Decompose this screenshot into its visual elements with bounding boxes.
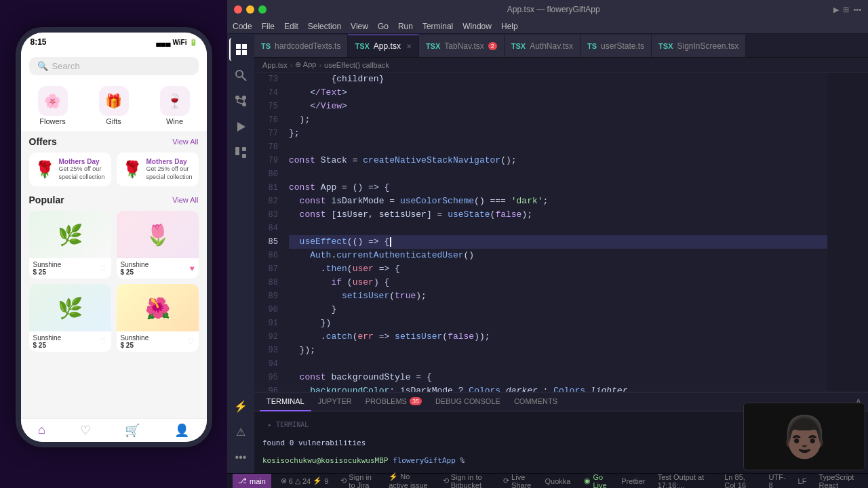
menu-code[interactable]: Code bbox=[233, 22, 252, 31]
activity-dots[interactable]: ••• bbox=[229, 446, 252, 469]
window-title: App.tsx — floweryGiftApp bbox=[273, 5, 833, 14]
activity-extensions[interactable] bbox=[229, 141, 252, 164]
menu-window[interactable]: Window bbox=[462, 22, 492, 31]
info-icon: ⚡ bbox=[313, 476, 322, 485]
code-line-83: const [isUser, setisUser] = useState(fal… bbox=[289, 208, 827, 222]
minimize-button[interactable] bbox=[246, 5, 254, 14]
status-encoding[interactable]: UTF-8 bbox=[766, 473, 789, 489]
activity-source-control[interactable] bbox=[229, 89, 252, 113]
tab-userstate-label: userState.ts bbox=[601, 41, 644, 51]
tab-authnav[interactable]: TSX AuthNav.tsx bbox=[505, 35, 580, 57]
webcam-person: 👨🏿 bbox=[744, 403, 865, 470]
terminal-tab-problems[interactable]: PROBLEMS35 bbox=[359, 392, 429, 411]
popular-item-4-img: 🌺 bbox=[117, 284, 199, 331]
tab-favorites[interactable]: ♡ bbox=[80, 423, 91, 438]
popular-grid: 🌿 Sunshine $ 25 ♡ 🌷 Sunshine $ bbox=[21, 208, 207, 357]
close-button[interactable] bbox=[234, 5, 242, 14]
menu-run[interactable]: Run bbox=[398, 22, 413, 31]
run-icon[interactable]: ▶ bbox=[833, 5, 839, 14]
tab-tabnav[interactable]: TSX TabNav.tsx 2 bbox=[419, 35, 505, 57]
menu-terminal[interactable]: Terminal bbox=[422, 22, 453, 31]
status-testoutput[interactable]: Test Output at 17:16:... bbox=[655, 473, 715, 489]
svg-rect-12 bbox=[242, 154, 246, 158]
more-icon[interactable]: ••• bbox=[853, 5, 861, 14]
tab-cart[interactable]: 🛒 bbox=[125, 423, 140, 438]
status-eol[interactable]: LF bbox=[795, 477, 810, 485]
phone-status-bar: 8:15 ▄▄▄ WiFi 🔋 bbox=[21, 33, 207, 52]
activity-run[interactable] bbox=[229, 115, 252, 138]
popular-item-4-name: Sunshine bbox=[121, 334, 149, 342]
activity-search[interactable] bbox=[229, 64, 252, 87]
status-prettier[interactable]: Prettier bbox=[618, 477, 648, 485]
menu-selection[interactable]: Selection bbox=[308, 22, 341, 31]
menu-file[interactable]: File bbox=[262, 22, 275, 31]
layout-icon[interactable]: ⊞ bbox=[843, 5, 849, 14]
tab-home[interactable]: ⌂ bbox=[38, 423, 45, 438]
heart-icon-3[interactable]: ♡ bbox=[100, 337, 107, 346]
category-gifts[interactable]: 🎁 Gifts bbox=[99, 86, 129, 125]
menu-help[interactable]: Help bbox=[501, 22, 518, 31]
menu-edit[interactable]: Edit bbox=[284, 22, 298, 31]
golive-label: Go Live bbox=[593, 473, 609, 489]
category-wine[interactable]: 🍷 Wine bbox=[160, 86, 190, 125]
code-line-85: useEffect(() => { bbox=[289, 235, 827, 249]
phone-panel: 8:15 ▄▄▄ WiFi 🔋 🔍 Search 🌸 Flowers bbox=[0, 0, 227, 488]
popular-view-all[interactable]: View All bbox=[172, 196, 198, 204]
popular-item-3[interactable]: 🌿 Sunshine $ 25 ♡ bbox=[29, 284, 111, 352]
status-signin-jira[interactable]: ⟲ Sign in to Jira bbox=[338, 473, 379, 489]
heart-icon-1[interactable]: ♡ bbox=[100, 264, 107, 273]
offers-view-all[interactable]: View All bbox=[172, 138, 198, 146]
maximize-button[interactable] bbox=[258, 5, 267, 14]
error-count: 6 bbox=[289, 477, 293, 485]
menu-view[interactable]: View bbox=[351, 22, 368, 31]
code-line-88: if (user) { bbox=[289, 276, 827, 289]
tab-hardcodedTexts[interactable]: TS hardcodedTexts.ts bbox=[254, 35, 348, 57]
svg-rect-1 bbox=[236, 50, 241, 55]
activity-lightning[interactable]: ⚡ bbox=[229, 394, 252, 418]
terminal-tab-comments[interactable]: COMMENTS bbox=[507, 392, 564, 411]
terminal-tab-terminal[interactable]: TERMINAL bbox=[260, 392, 311, 411]
svg-rect-3 bbox=[242, 50, 247, 55]
heart-icon-4[interactable]: ♡ bbox=[187, 337, 195, 346]
terminal-tab-jupyter[interactable]: JUPYTER bbox=[311, 392, 359, 411]
tab-userstate[interactable]: TS userState.ts bbox=[580, 35, 652, 57]
status-language[interactable]: TypeScript React bbox=[816, 473, 863, 489]
offers-section-header: Offers View All bbox=[21, 131, 207, 150]
terminal-tab-debug[interactable]: DEBUG CONSOLE bbox=[429, 392, 507, 411]
status-ln[interactable]: Ln 85, Col 16 bbox=[722, 473, 759, 489]
eol-label: LF bbox=[798, 477, 807, 485]
status-signin-bitbucket[interactable]: ⟲ Sign in to Bitbucket bbox=[440, 473, 494, 489]
popular-item-1[interactable]: 🌿 Sunshine $ 25 ♡ bbox=[29, 211, 111, 279]
wine-icon: 🍷 bbox=[160, 86, 190, 116]
phone-frame: 8:15 ▄▄▄ WiFi 🔋 🔍 Search 🌸 Flowers bbox=[16, 27, 212, 447]
activity-explorer[interactable] bbox=[229, 38, 252, 61]
liveshare-icon: ⟳ bbox=[503, 476, 509, 485]
tab-signinscreen[interactable]: TSX SignInScreen.tsx bbox=[652, 35, 746, 57]
encoding-label: UTF-8 bbox=[769, 473, 786, 489]
status-errors[interactable]: ⊗ 6 △ 24 ⚡ 9 bbox=[278, 476, 332, 485]
menu-go[interactable]: Go bbox=[378, 22, 389, 31]
tab-app-close[interactable]: ✕ bbox=[406, 43, 412, 50]
activity-warning[interactable]: ⚠ bbox=[229, 420, 252, 443]
status-liveshare[interactable]: ⟳ Live Share bbox=[500, 473, 535, 489]
offer-2-img: 🌹 bbox=[122, 160, 142, 179]
tab-profile[interactable]: 👤 bbox=[174, 423, 189, 438]
status-branch[interactable]: ⎇ main bbox=[233, 474, 271, 489]
search-placeholder: Search bbox=[52, 61, 80, 71]
status-bar-left: ⎇ main ⊗ 6 △ 24 ⚡ 9 ⟲ Sign in to Jira ⚡ … bbox=[233, 472, 573, 488]
branch-name: main bbox=[250, 477, 266, 485]
heart-icon-2[interactable]: ♥ bbox=[189, 264, 194, 273]
offer-card-2[interactable]: 🌹 Mothers Day Get 25% off our special co… bbox=[117, 152, 199, 186]
category-flowers[interactable]: 🌸 Flowers bbox=[38, 86, 68, 125]
popular-item-2[interactable]: 🌷 Sunshine $ 25 ♥ bbox=[117, 211, 199, 279]
status-quokka[interactable]: Quokka bbox=[542, 477, 574, 485]
vscode-panel: App.tsx — floweryGiftApp ▶ ⊞ ••• Code Fi… bbox=[227, 0, 868, 488]
offer-card-1[interactable]: 🌹 Mothers Day Get 25% off our special co… bbox=[29, 152, 111, 186]
code-editor[interactable]: 73 74 75 76 77 78 79 80 81 82 83 84 85 8… bbox=[254, 73, 868, 392]
search-input[interactable]: 🔍 Search bbox=[29, 57, 199, 75]
status-golive[interactable]: ◉ Go Live bbox=[581, 473, 612, 489]
git-icon: ⎇ bbox=[238, 476, 247, 485]
tab-app[interactable]: TSX App.tsx ✕ bbox=[348, 35, 418, 57]
status-no-active[interactable]: ⚡ No active issue bbox=[386, 472, 433, 488]
popular-item-4[interactable]: 🌺 Sunshine $ 25 ♡ bbox=[117, 284, 199, 352]
